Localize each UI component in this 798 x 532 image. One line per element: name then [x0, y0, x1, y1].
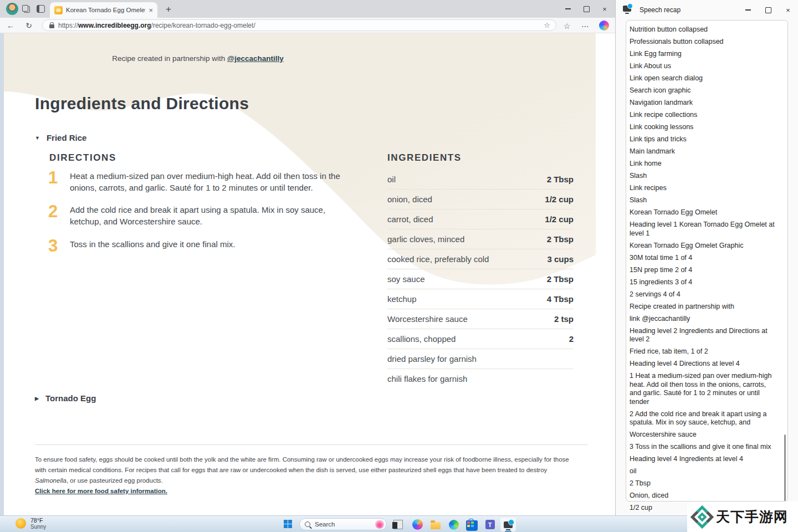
page-title: Ingredients and Directions — [35, 94, 249, 113]
tab-tornado-egg[interactable]: ▶ Tornado Egg — [35, 393, 96, 403]
speech-recap-title: Speech recap — [640, 6, 681, 14]
speech-recap-item[interactable]: Slash — [630, 172, 779, 181]
speech-recap-item[interactable]: Link recipes — [630, 184, 779, 193]
browser-tab[interactable]: Korean Tornado Egg Omelet - A × — [50, 2, 157, 18]
speech-recap-item[interactable]: Recipe created in partnership with — [630, 303, 779, 311]
speech-recap-item[interactable]: Heading level 2 Ingredients and Directio… — [630, 327, 779, 344]
panel-scrollbar[interactable] — [784, 434, 786, 501]
store-icon[interactable] — [464, 518, 479, 531]
speech-recap-item[interactable]: Link open search dialog — [630, 74, 779, 83]
copilot-icon[interactable] — [410, 518, 425, 531]
speech-recap-item[interactable]: 15 ingredients 3 of 4 — [630, 278, 779, 287]
speech-recap-item[interactable]: Onion, diced — [630, 492, 779, 500]
browser-toolbar: ← ↻ https://www.incredibleegg.org/recipe… — [0, 18, 615, 33]
speech-recap-item[interactable]: Heading level 1 Korean Tornado Egg Omele… — [630, 221, 779, 238]
direction-step: 1Heat a medium-sized pan over medium-hig… — [48, 169, 354, 193]
refresh-icon[interactable]: ↻ — [23, 20, 35, 31]
step-number: 3 — [48, 237, 63, 255]
weather-widget[interactable]: 78°F Sunny — [16, 517, 46, 530]
ingredient-amount: 2 Tbsp — [547, 274, 574, 284]
food-safety-text-2: , or use pasteurized egg products. — [66, 477, 163, 484]
speech-recap-item[interactable]: Korean Tornado Egg Omelet — [630, 208, 779, 217]
tab-close-icon[interactable]: × — [149, 7, 153, 14]
speech-recap-item[interactable]: Link tips and tricks — [630, 135, 779, 144]
speech-recap-item[interactable]: Link recipe collections — [630, 111, 779, 120]
speech-recap-item[interactable]: 2 servings 4 of 4 — [630, 290, 779, 299]
edge-icon[interactable] — [446, 518, 462, 531]
speech-recap-titlebar: Speech recap × — [616, 0, 798, 20]
panel-minimize-button[interactable] — [739, 1, 758, 19]
page-url: https://www.incredibleegg.org/recipe/kor… — [58, 22, 255, 29]
speech-recap-item[interactable]: Heading level 4 Directions at level 4 — [630, 360, 779, 369]
window-maximize-button[interactable] — [577, 0, 596, 18]
speech-recap-item[interactable]: 15N prep time 2 of 4 — [630, 266, 779, 275]
speech-recap-list-container: Nutrition button collapsedProfessionals … — [626, 20, 788, 502]
speech-recap-item[interactable]: Navigation landmark — [630, 99, 779, 108]
ingredient-name: oil — [387, 175, 396, 184]
speech-recap-item[interactable]: Link home — [630, 160, 779, 168]
workspaces-icon[interactable] — [22, 5, 30, 13]
food-safety-note: To ensure food safety, eggs should be co… — [35, 454, 571, 497]
speech-recap-item[interactable]: Slash — [630, 196, 779, 205]
ingredient-row: dried parsley for garnish — [387, 349, 574, 369]
section-label: Tornado Egg — [45, 393, 96, 403]
task-view-icon[interactable] — [390, 518, 406, 531]
partnership-text: Recipe created in partnership with — [112, 54, 227, 63]
speech-recap-item[interactable]: Heading level 4 Ingredients at level 4 — [630, 455, 779, 464]
speech-recap-item[interactable]: Worcestershire sauce — [630, 431, 779, 439]
speech-recap-item[interactable]: Main landmark — [630, 147, 779, 156]
speech-recap-item[interactable]: Nutrition button collapsed — [630, 25, 779, 34]
ingredient-name: Worcestershire sauce — [387, 314, 468, 324]
speech-recap-item[interactable]: Link cooking lessons — [630, 123, 779, 132]
speech-recap-item[interactable]: Link About us — [630, 62, 779, 71]
tab-fried-rice[interactable]: ▼ Fried Rice — [35, 133, 86, 142]
speech-recap-item[interactable]: 30M total time 1 of 4 — [630, 254, 779, 263]
direction-step: 3Toss in the scallions and give it one f… — [48, 237, 354, 255]
window-minimize-button[interactable] — [559, 0, 577, 18]
browser-tab-bar: Korean Tornado Egg Omelet - A × + × — [0, 0, 615, 18]
speech-recap-app-icon[interactable] — [500, 518, 516, 531]
watermark: 天下手游网 — [687, 502, 798, 532]
caret-right-icon: ▶ — [35, 396, 39, 401]
start-icon[interactable] — [284, 520, 292, 528]
back-icon[interactable]: ← — [4, 20, 17, 31]
teams-icon[interactable]: T — [482, 518, 498, 531]
speech-recap-item[interactable]: Professionals button collapsed — [630, 38, 779, 47]
speech-recap-item[interactable]: 1 Heat a medium-sized pan over medium-hi… — [630, 372, 779, 406]
ingredient-amount: 2 — [569, 334, 574, 344]
speech-recap-item[interactable]: 2 Add the cold rice and break it apart u… — [630, 410, 779, 427]
more-options-icon[interactable]: ⋯ — [579, 21, 591, 32]
partnership-link[interactable]: @jeccachantilly — [227, 54, 284, 63]
browser-window: Korean Tornado Egg Omelet - A × + × ← ↻ … — [0, 0, 615, 515]
speech-recap-item[interactable]: 3 Toss in the scallions and give it one … — [630, 443, 779, 452]
new-tab-button[interactable]: + — [162, 3, 175, 16]
direction-step: 2Add the cold rice and break it apart us… — [48, 203, 354, 227]
address-bar[interactable]: https://www.incredibleegg.org/recipe/kor… — [42, 19, 556, 31]
weather-temp: 78°F — [30, 517, 46, 524]
section-label: Fried Rice — [47, 133, 87, 142]
tab-actions-icon[interactable] — [37, 5, 45, 13]
tab-title: Korean Tornado Egg Omelet - A — [66, 7, 145, 13]
watermark-logo-icon — [690, 505, 714, 528]
file-explorer-icon[interactable] — [428, 518, 443, 531]
panel-maximize-button[interactable] — [759, 1, 777, 19]
lock-icon — [49, 24, 54, 28]
speech-recap-item[interactable]: Link Egg farming — [630, 50, 779, 59]
speech-recap-item[interactable]: Korean Tornado Egg Omelet Graphic — [630, 242, 779, 250]
food-safety-link[interactable]: Click here for more food safety informat… — [35, 488, 167, 494]
profile-avatar[interactable] — [6, 3, 18, 15]
speech-recap-item[interactable]: Search icon graphic — [630, 86, 779, 95]
window-close-button[interactable]: × — [595, 0, 614, 18]
speech-recap-item[interactable]: 2 Tbsp — [630, 479, 779, 488]
bookmark-star-icon[interactable]: ☆ — [544, 21, 550, 29]
panel-close-button[interactable]: × — [779, 1, 797, 19]
speech-recap-item[interactable]: Fried rice, tab item, 1 of 2 — [630, 347, 779, 356]
ingredient-name: garlic cloves, minced — [387, 234, 464, 244]
speech-recap-item[interactable]: oil — [630, 467, 779, 476]
taskbar: 78°F Sunny Search T — [0, 515, 798, 532]
copilot-icon[interactable] — [599, 21, 609, 30]
speech-recap-item[interactable]: link @jeccachantilly — [630, 315, 779, 324]
ingredient-amount: 2 Tbsp — [547, 175, 574, 184]
taskbar-search[interactable]: Search — [299, 518, 387, 530]
favorites-icon[interactable]: ☆ — [561, 21, 573, 32]
